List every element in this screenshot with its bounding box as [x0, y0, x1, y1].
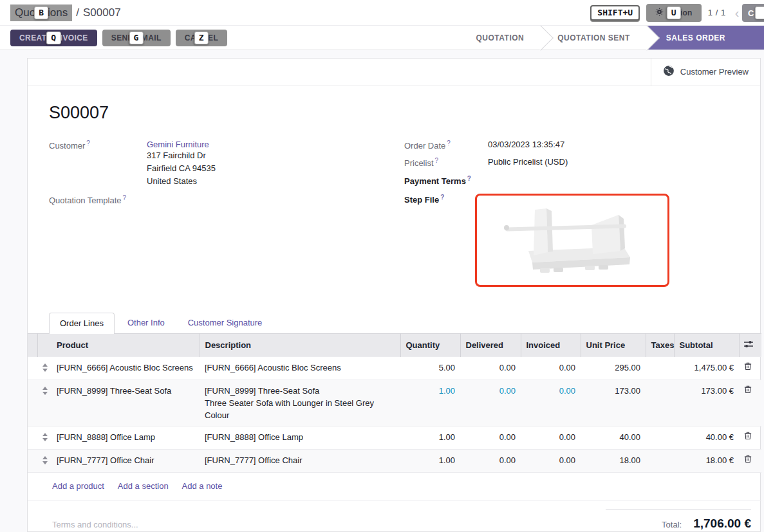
- cell-product[interactable]: [FURN_8999] Three-Seat Sofa: [51, 380, 200, 426]
- column-options-icon[interactable]: [739, 333, 761, 356]
- cell-invoiced[interactable]: 0.00: [521, 449, 581, 472]
- cell-invoiced[interactable]: 0.00: [521, 356, 581, 380]
- delete-row-icon[interactable]: [739, 380, 761, 426]
- cell-quantity[interactable]: 5.00: [400, 356, 460, 380]
- cell-unit-price[interactable]: 173.00: [581, 380, 646, 426]
- edge-button-label: C: [748, 8, 754, 18]
- breadcrumb: Quotations B / S00007: [10, 5, 121, 21]
- header-gutter: [28, 333, 37, 356]
- quotation-template-label: Quotation Template?: [49, 194, 147, 205]
- table-row: [FURN_8888] Office Lamp [FURN_8888] Offi…: [28, 426, 761, 449]
- hint-badge-edge: [755, 6, 764, 19]
- cell-invoiced[interactable]: 0.00: [521, 380, 581, 426]
- cell-product[interactable]: [FURN_8888] Office Lamp: [51, 426, 200, 449]
- stage-quotation-label: QUOTATION: [476, 33, 525, 42]
- field-order-date: Order Date? 03/03/2023 13:35:47: [404, 140, 747, 151]
- help-icon: ?: [440, 194, 444, 201]
- stage-sales-order[interactable]: SALES ORDER: [647, 26, 764, 50]
- cell-taxes[interactable]: [646, 380, 674, 426]
- delete-row-icon[interactable]: [739, 449, 761, 472]
- customer-label: Customer?: [49, 140, 147, 188]
- field-payment-terms: Payment Terms?: [404, 175, 747, 186]
- pricelist-value[interactable]: Public Pricelist (USD): [488, 157, 568, 168]
- help-icon: ?: [123, 194, 127, 201]
- sheet-button-box: Customer Preview: [28, 59, 760, 86]
- cell-unit-price[interactable]: 40.00: [581, 426, 646, 449]
- customer-preview-button[interactable]: Customer Preview: [651, 59, 760, 86]
- customer-preview-label: Customer Preview: [680, 67, 749, 77]
- header-taxes: Taxes: [646, 333, 674, 356]
- row-gutter: [28, 356, 37, 380]
- table-row: [FURN_8999] Three-Seat Sofa [FURN_8999] …: [28, 380, 761, 426]
- cell-description[interactable]: [FURN_8999] Three-Seat Sofa Three Seater…: [200, 380, 400, 426]
- step-file-image[interactable]: [475, 194, 669, 287]
- cell-product[interactable]: [FURN_6666] Acoustic Bloc Screens: [51, 356, 200, 380]
- tab-other-info[interactable]: Other Info: [117, 313, 175, 333]
- cell-delivered[interactable]: 0.00: [460, 449, 521, 472]
- drag-handle-icon[interactable]: [37, 380, 51, 426]
- step-file-3d-render: [495, 201, 649, 280]
- add-a-section-link[interactable]: Add a section: [118, 481, 169, 491]
- cell-description[interactable]: [FURN_8888] Office Lamp: [200, 426, 400, 449]
- total-label: Total:: [662, 520, 682, 529]
- drag-handle-icon[interactable]: [37, 356, 51, 380]
- cancel-button[interactable]: CANCEL Z: [176, 30, 227, 46]
- action-menu-button[interactable]: Action U: [646, 4, 702, 22]
- add-a-product-link[interactable]: Add a product: [52, 481, 104, 491]
- cell-unit-price[interactable]: 18.00: [581, 449, 646, 472]
- sheet-footer: Terms and conditions... Total: 1,706.00 …: [28, 500, 760, 531]
- add-a-note-link[interactable]: Add a note: [182, 481, 223, 491]
- pager-previous-icon[interactable]: ‹: [732, 6, 742, 19]
- field-grid: Customer? Gemini Furniture 317 Fairchild…: [28, 140, 760, 293]
- stage-sales-order-label: SALES ORDER: [666, 33, 725, 42]
- table-row: [FURN_6666] Acoustic Bloc Screens [FURN_…: [28, 356, 761, 380]
- header-invoiced: Invoiced: [521, 333, 581, 356]
- create-invoice-button[interactable]: CREATE INVOICE Q: [10, 30, 97, 46]
- tab-order-lines[interactable]: Order Lines: [49, 313, 115, 334]
- field-pricelist: Pricelist? Public Pricelist (USD): [404, 157, 747, 168]
- help-icon: ?: [467, 175, 471, 182]
- cell-delivered[interactable]: 0.00: [460, 356, 521, 380]
- cell-taxes[interactable]: [646, 426, 674, 449]
- row-gutter: [28, 380, 37, 426]
- header-description: Description: [200, 333, 400, 356]
- cell-description[interactable]: [FURN_7777] Office Chair: [200, 449, 400, 472]
- notebook-tabs: Order Lines Other Info Customer Signatur…: [49, 313, 760, 333]
- header-subtotal: Subtotal: [674, 333, 739, 356]
- cell-delivered[interactable]: 0.00: [460, 426, 521, 449]
- cell-product[interactable]: [FURN_7777] Office Chair: [51, 449, 200, 472]
- stage-quotation-sent[interactable]: QUOTATION SENT: [541, 26, 647, 50]
- customer-link[interactable]: Gemini Furniture: [147, 140, 209, 149]
- cell-quantity[interactable]: 1.00: [400, 426, 460, 449]
- stage-quotation-sent-label: QUOTATION SENT: [557, 33, 630, 42]
- order-date-value[interactable]: 03/03/2023 13:35:47: [488, 140, 564, 151]
- totals-box: Total: 1,706.00 €: [606, 509, 751, 531]
- send-email-button[interactable]: SEND EMAIL G: [102, 30, 171, 46]
- terms-and-conditions-input[interactable]: Terms and conditions...: [52, 520, 138, 529]
- delete-row-icon[interactable]: [739, 426, 761, 449]
- field-step-file: Step File?: [404, 194, 747, 287]
- control-panel-top: Quotations B / S00007 SHIFT+U Action U 1…: [0, 0, 764, 26]
- cell-description[interactable]: [FURN_6666] Acoustic Bloc Screens: [200, 356, 400, 380]
- drag-handle-icon[interactable]: [37, 449, 51, 472]
- help-icon: ?: [435, 157, 439, 164]
- drag-handle-icon[interactable]: [37, 426, 51, 449]
- cell-taxes[interactable]: [646, 356, 674, 380]
- cell-quantity[interactable]: 1.00: [400, 449, 460, 472]
- tab-customer-signature[interactable]: Customer Signature: [178, 313, 273, 333]
- cell-delivered[interactable]: 0.00: [460, 380, 521, 426]
- hint-badge-q: Q: [46, 32, 61, 44]
- stage-quotation[interactable]: QUOTATION: [460, 26, 541, 50]
- field-quotation-template: Quotation Template?: [49, 194, 404, 205]
- cell-taxes[interactable]: [646, 449, 674, 472]
- delete-row-icon[interactable]: [739, 356, 761, 380]
- header-product: Product: [51, 333, 200, 356]
- edge-clipped-button[interactable]: C: [742, 4, 764, 22]
- cell-unit-price[interactable]: 295.00: [581, 356, 646, 380]
- cell-quantity[interactable]: 1.00: [400, 380, 460, 426]
- globe-icon: [663, 65, 675, 79]
- cell-invoiced[interactable]: 0.00: [521, 426, 581, 449]
- breadcrumb-quotations[interactable]: Quotations B: [10, 5, 72, 21]
- total-value: 1,706.00 €: [693, 517, 751, 531]
- cell-subtotal: 18.00 €: [674, 449, 739, 472]
